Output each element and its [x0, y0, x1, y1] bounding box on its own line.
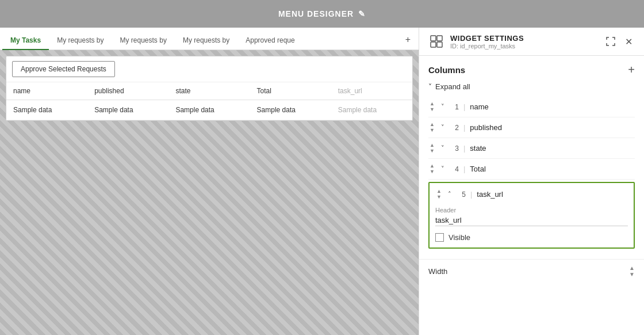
header-field-label: Header	[435, 207, 628, 214]
col-3-sort-btns: ▲ ▼	[428, 143, 436, 154]
columns-title-row: Columns +	[428, 64, 635, 75]
right-panel-header: WIDGET SETTINGS ID: id_report_my_tasks ✕	[419, 28, 644, 56]
cell-task-url: Sample data	[331, 100, 412, 120]
col-4-sort-btns: ▲ ▼	[428, 163, 436, 174]
col-5-sep: |	[470, 190, 472, 199]
col-5-sort-up[interactable]: ▲	[435, 189, 443, 194]
column-row-5-expanded: ▲ ▼ ˄ 5 | task_url Header Visible	[428, 182, 635, 249]
header-field-input[interactable]	[435, 215, 628, 226]
approve-selected-button[interactable]: Approve Selected Requests	[12, 61, 115, 77]
col-5-header-row: ▲ ▼ ˄ 5 | task_url	[435, 189, 628, 200]
col-4-sort-up[interactable]: ▲	[428, 163, 436, 169]
tab-my-requests-3[interactable]: My requests by	[175, 32, 237, 50]
col-3-sort-up[interactable]: ▲	[428, 143, 436, 148]
col-4-expand-btn[interactable]: ˅	[439, 165, 446, 173]
left-panel: My Tasks My requests by My requests by M…	[0, 28, 419, 335]
col-header-total: Total	[250, 82, 331, 100]
col-5-sort-btns: ▲ ▼	[435, 189, 443, 200]
col-1-expand-btn[interactable]: ˅	[439, 103, 446, 111]
col-1-name: name	[470, 102, 635, 111]
widget-settings-title: WIDGET SETTINGS	[450, 34, 597, 43]
col-2-sort-up[interactable]: ▲	[428, 122, 436, 127]
svg-rect-2	[431, 42, 436, 47]
width-label: Width	[428, 267, 447, 276]
width-row: Width ▲ ▼	[419, 259, 644, 281]
header-actions: ✕	[603, 35, 635, 48]
col-5-sort-down[interactable]: ▼	[435, 195, 443, 200]
col-4-number: 4	[448, 165, 459, 173]
svg-rect-3	[437, 42, 442, 47]
widget-settings-subtitle: ID: id_report_my_tasks	[450, 43, 597, 50]
col-3-sort-down[interactable]: ▼	[428, 149, 436, 154]
tab-my-tasks[interactable]: My Tasks	[2, 32, 49, 50]
col-5-number: 5	[455, 191, 466, 199]
cell-published: Sample data	[87, 100, 168, 120]
main-content: My Tasks My requests by My requests by M…	[0, 28, 644, 335]
column-row-2: ▲ ▼ ˅ 2 | published	[428, 117, 635, 138]
col-4-sep: |	[463, 165, 465, 173]
width-stepper: ▲ ▼	[629, 265, 635, 277]
widget-container: Approve Selected Requests name published…	[6, 56, 413, 121]
right-panel: WIDGET SETTINGS ID: id_report_my_tasks ✕	[419, 28, 644, 335]
table-row: Sample data Sample data Sample data Samp…	[6, 100, 412, 120]
expand-all-label: Expand all	[435, 82, 470, 91]
visible-row: Visible	[435, 233, 628, 242]
tab-my-requests-1[interactable]: My requests by	[49, 32, 112, 50]
visible-checkbox[interactable]	[435, 233, 444, 242]
widget-area: Approve Selected Requests name published…	[0, 50, 419, 335]
data-table: name published state Total task_url Samp…	[6, 82, 412, 120]
top-bar: MENU DESIGNER ✎	[0, 0, 644, 28]
button-bar: Approve Selected Requests	[6, 56, 412, 82]
cell-total: Sample data	[250, 100, 331, 120]
col-3-number: 3	[448, 144, 459, 153]
col-2-name: published	[470, 123, 635, 132]
col-1-sep: |	[463, 102, 465, 111]
col-2-expand-btn[interactable]: ˅	[439, 124, 446, 131]
cell-name: Sample data	[6, 100, 87, 120]
tab-approved-reque[interactable]: Approved reque	[237, 32, 302, 50]
column-row-4: ▲ ▼ ˅ 4 | Total	[428, 159, 635, 180]
col-header-task-url: task_url	[331, 82, 412, 100]
add-tab-button[interactable]: +	[400, 31, 416, 48]
columns-section: Columns + ˅ Expand all ▲ ▼ ˅ 1 | name	[419, 56, 644, 259]
col-1-sort-up[interactable]: ▲	[428, 101, 436, 106]
width-stepper-up[interactable]: ▲	[629, 265, 635, 271]
col-1-sort-down[interactable]: ▼	[428, 107, 436, 112]
cell-state: Sample data	[168, 100, 250, 120]
column-row-3: ▲ ▼ ˅ 3 | state	[428, 138, 635, 159]
tab-my-requests-2[interactable]: My requests by	[112, 32, 175, 50]
col-2-sort-down[interactable]: ▼	[428, 128, 436, 133]
col-5-expand-btn[interactable]: ˄	[446, 191, 453, 198]
close-button[interactable]: ✕	[623, 35, 635, 48]
col-3-sep: |	[463, 144, 465, 153]
width-stepper-down[interactable]: ▼	[629, 272, 635, 277]
top-bar-title: MENU DESIGNER ✎	[278, 9, 366, 18]
tabs-bar: My Tasks My requests by My requests by M…	[0, 28, 419, 50]
col-5-header-field: Header	[435, 207, 628, 226]
top-bar-title-text: MENU DESIGNER	[278, 9, 354, 18]
col-4-name: Total	[470, 165, 635, 173]
edit-icon[interactable]: ✎	[358, 9, 366, 18]
right-header-text: WIDGET SETTINGS ID: id_report_my_tasks	[450, 34, 597, 50]
col-4-sort-down[interactable]: ▼	[428, 169, 436, 174]
col-header-published: published	[87, 82, 168, 100]
col-2-sep: |	[463, 123, 465, 132]
expand-all-row[interactable]: ˅ Expand all	[428, 82, 635, 91]
col-2-number: 2	[448, 124, 459, 132]
expand-button[interactable]	[603, 35, 618, 48]
expand-all-chevron: ˅	[428, 83, 432, 91]
column-row-1: ▲ ▼ ˅ 1 | name	[428, 97, 635, 117]
col-1-number: 1	[448, 103, 459, 111]
add-column-button[interactable]: +	[628, 64, 635, 75]
svg-rect-1	[437, 36, 442, 41]
col-3-name: state	[470, 144, 635, 153]
visible-label: Visible	[448, 233, 470, 242]
col-5-name: task_url	[477, 190, 628, 199]
col-1-sort-btns: ▲ ▼	[428, 101, 436, 112]
svg-rect-0	[431, 36, 436, 41]
col-header-name: name	[6, 82, 87, 100]
col-header-state: state	[168, 82, 250, 100]
col-2-sort-btns: ▲ ▼	[428, 122, 436, 133]
columns-title: Columns	[428, 65, 465, 75]
col-3-expand-btn[interactable]: ˅	[439, 144, 446, 152]
